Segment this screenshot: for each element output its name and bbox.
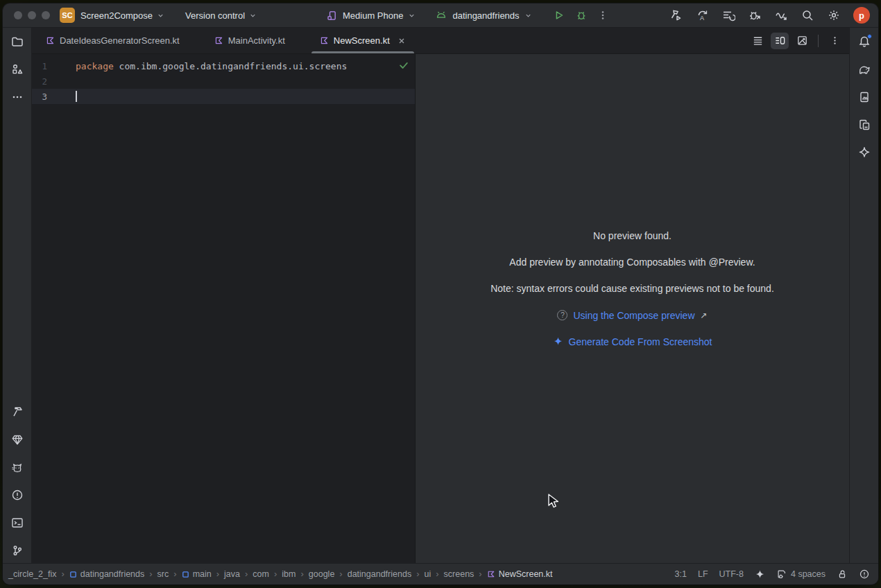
preview-message: Note: syntax errors could cause existing… <box>416 282 849 295</box>
editor-tab-bar: DateIdeasGeneratorScreen.kt MainActivity… <box>32 28 849 54</box>
project-name: Screen2Compose <box>80 10 153 21</box>
gemini-spark-icon[interactable] <box>855 143 874 162</box>
user-avatar[interactable]: p <box>853 7 870 24</box>
code-editor[interactable]: 1 package com.ibm.google.datingandfriend… <box>32 54 416 563</box>
line-number[interactable]: 3 <box>32 92 53 102</box>
tab-label: NewScreen.kt <box>334 35 390 46</box>
kotlin-icon <box>214 36 223 45</box>
logcat-cat-icon[interactable] <box>8 458 27 477</box>
indent-settings-icon <box>776 569 787 580</box>
chevron-down-icon <box>408 12 416 19</box>
breadcrumb-separator: › <box>339 569 342 579</box>
breadcrumb-item[interactable]: java <box>224 569 240 579</box>
line-number[interactable]: 1 <box>32 61 53 71</box>
breadcrumb-item[interactable]: ibm <box>282 569 296 579</box>
gemini-spark-icon <box>553 336 563 347</box>
apply-code-changes-icon[interactable] <box>721 8 735 22</box>
terminal-icon[interactable] <box>8 513 27 533</box>
chevron-down-icon <box>249 12 257 19</box>
build-run-icon[interactable] <box>669 8 683 22</box>
line-separator-widget[interactable]: LF <box>698 569 708 579</box>
caret-position-widget[interactable]: 3:1 <box>675 569 687 579</box>
left-tool-strip <box>3 28 32 563</box>
breadcrumb-separator: › <box>173 569 176 579</box>
line-number[interactable]: 2 <box>32 76 53 87</box>
window-controls <box>14 11 50 19</box>
ide-window: SC Screen2Compose Version control Medium… <box>3 3 878 585</box>
build-hammer-icon[interactable] <box>8 402 27 422</box>
project-menu[interactable]: Screen2Compose <box>80 10 164 21</box>
gemini-status-spark-icon[interactable] <box>755 569 765 580</box>
breadcrumb-separator: › <box>274 569 277 579</box>
debug-button[interactable] <box>575 9 588 21</box>
more-actions-kebab-icon[interactable] <box>597 10 608 21</box>
notification-badge <box>867 34 872 39</box>
divider <box>818 35 819 47</box>
compose-preview-help-link[interactable]: Using the Compose preview <box>573 310 694 321</box>
project-folder-icon[interactable] <box>8 32 27 51</box>
more-tool-windows-icon[interactable] <box>8 87 27 107</box>
breadcrumb-separator: › <box>436 569 438 579</box>
app-insights-gem-icon[interactable] <box>8 430 27 449</box>
breadcrumb-separator: › <box>479 569 481 579</box>
breadcrumb-item[interactable]: ui <box>424 569 431 579</box>
settings-icon[interactable] <box>827 8 841 22</box>
breadcrumb-item[interactable]: screens <box>444 569 474 579</box>
version-control-menu[interactable]: Version control <box>185 10 257 21</box>
problems-icon[interactable] <box>8 485 27 505</box>
inspections-ok-check-icon[interactable] <box>398 60 409 71</box>
editor-options-kebab-icon[interactable] <box>826 33 844 49</box>
device-selector-label: Medium Phone <box>343 10 403 21</box>
tab-label: MainActivity.kt <box>228 35 285 46</box>
info-exclamation-icon[interactable] <box>859 569 870 580</box>
breadcrumb-item[interactable]: _circle_2_fix <box>8 569 56 579</box>
zoom-window-button[interactable] <box>42 11 50 19</box>
close-tab-icon[interactable] <box>397 37 406 45</box>
breadcrumb-item[interactable]: google <box>309 569 335 579</box>
tab-newscreen[interactable]: NewScreen.kt <box>310 28 416 53</box>
code-view-button[interactable] <box>749 33 767 49</box>
project-icon: SC <box>60 8 75 23</box>
indent-widget[interactable]: 4 spaces <box>776 569 826 580</box>
compose-preview-panel: No preview found. Add preview by annotat… <box>416 54 849 563</box>
breadcrumb-item[interactable]: datingandfriends <box>69 569 144 579</box>
code-text: package com.ibm.google.datingandfriends.… <box>53 61 347 71</box>
running-devices-icon[interactable] <box>855 87 874 107</box>
close-window-button[interactable] <box>14 11 22 19</box>
external-link-icon: ↗ <box>701 311 708 320</box>
breadcrumb-item[interactable]: main <box>182 569 212 579</box>
breadcrumb-item[interactable]: datingandfriends <box>348 569 411 579</box>
breadcrumb-item[interactable]: com <box>253 569 269 579</box>
breadcrumb-item-file[interactable]: NewScreen.kt <box>487 569 553 579</box>
tab-label: DateIdeasGeneratorScreen.kt <box>60 35 180 46</box>
generate-code-from-screenshot-link[interactable]: Generate Code From Screenshot <box>569 336 712 347</box>
device-phone-icon <box>326 10 338 21</box>
search-icon[interactable] <box>801 8 814 22</box>
design-view-button[interactable] <box>793 33 811 49</box>
device-manager-icon[interactable] <box>855 115 874 135</box>
encoding-widget[interactable]: UTF-8 <box>719 569 744 579</box>
device-selector[interactable]: Medium Phone <box>326 10 416 21</box>
module-icon <box>182 571 189 578</box>
notifications-bell-icon[interactable] <box>855 32 874 51</box>
version-control-branch-icon[interactable] <box>8 541 27 560</box>
run-button[interactable] <box>553 9 565 21</box>
unlocked-padlock-icon[interactable] <box>837 569 848 580</box>
minimize-window-button[interactable] <box>28 11 36 19</box>
breadcrumb: _circle_2_fix › datingandfriends › src ›… <box>8 569 553 579</box>
breadcrumb-item[interactable]: src <box>157 569 169 579</box>
module-icon <box>69 571 77 578</box>
run-configuration-selector[interactable]: datingandfriends <box>435 9 531 21</box>
split-view-button[interactable] <box>771 33 789 49</box>
gradle-elephant-icon[interactable] <box>855 60 874 79</box>
apply-changes-icon[interactable]: A <box>695 8 709 22</box>
attach-debugger-icon[interactable] <box>748 8 762 22</box>
breadcrumb-separator: › <box>216 569 219 579</box>
tab-mainactivity[interactable]: MainActivity.kt <box>205 28 295 53</box>
tab-dateideasgeneratorscreen[interactable]: DateIdeasGeneratorScreen.kt <box>36 28 189 53</box>
svg-text:A: A <box>700 15 704 21</box>
resource-manager-icon[interactable] <box>8 60 27 79</box>
help-icon: ? <box>557 310 567 320</box>
profiler-icon[interactable] <box>774 8 788 22</box>
kotlin-icon <box>487 570 495 578</box>
